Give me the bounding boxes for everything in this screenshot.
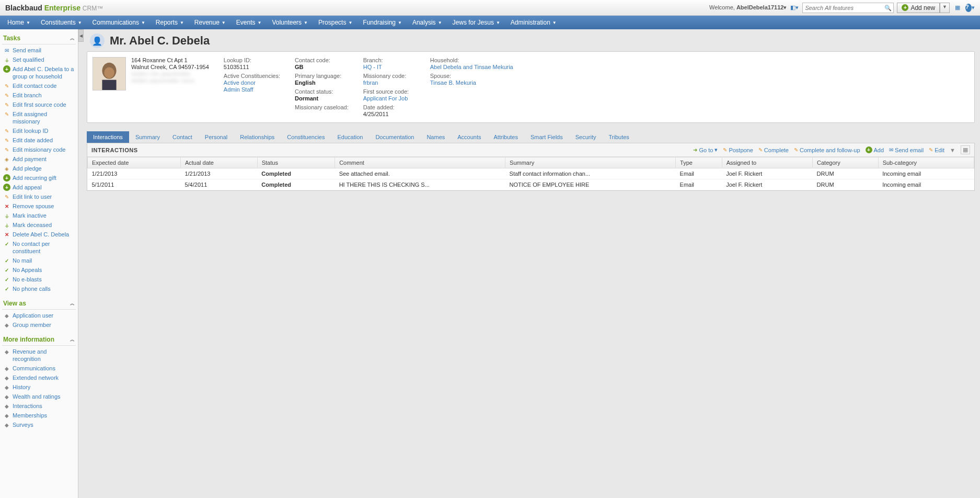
sidebar-item[interactable]: ✎Edit lookup ID — [2, 126, 76, 135]
sidebar-item[interactable]: ✓No e-blasts — [2, 275, 76, 284]
moreinfo-header[interactable]: More information︽ — [2, 334, 76, 346]
spouse-link[interactable]: Tinsae B. Mekuria — [430, 80, 513, 86]
sidebar-item[interactable]: ◆Extended network — [2, 373, 76, 382]
filter-icon[interactable]: ▼ — [950, 147, 955, 153]
sidebar-item[interactable]: ◆Application user — [2, 311, 76, 320]
tab-names[interactable]: Names — [420, 131, 451, 143]
collapse-icon[interactable]: ︽ — [70, 336, 75, 343]
help-button[interactable]: ?▾ — [965, 3, 975, 13]
tab-summary[interactable]: Summary — [129, 131, 166, 143]
add-new-dropdown[interactable]: ▼ — [940, 3, 950, 13]
send-email-action[interactable]: ✉Send email — [889, 147, 924, 153]
sidebar-item[interactable]: ✕Remove spouse — [2, 201, 76, 211]
sidebar-item[interactable]: ✎Edit link to user — [2, 192, 76, 201]
sidebar-item[interactable]: ◆Group member — [2, 320, 76, 330]
sidebar-collapse-handle[interactable]: ◀ — [78, 29, 84, 42]
sidebar-item[interactable]: ⚶Mark deceased — [2, 220, 76, 230]
goto-action[interactable]: ➜Go to▾ — [693, 146, 718, 153]
tab-documentation[interactable]: Documentation — [369, 131, 420, 143]
menu-constituents[interactable]: Constituents ▼ — [36, 16, 87, 29]
menu-analysis[interactable]: Analysis ▼ — [407, 16, 447, 29]
table-row[interactable]: 5/1/20115/4/2011CompletedHI THERE THIS I… — [88, 179, 974, 190]
sidebar-item[interactable]: ◈Add pledge — [2, 164, 76, 173]
complete-action[interactable]: ✎Complete — [758, 147, 789, 153]
sidebar-item[interactable]: ✓No Appeals — [2, 265, 76, 275]
sidebar-item[interactable]: ✎Edit date added — [2, 135, 76, 145]
column-header[interactable]: Category — [813, 157, 879, 168]
menu-communications[interactable]: Communications ▼ — [87, 16, 151, 29]
first-source-link[interactable]: Applicant For Job — [363, 95, 416, 101]
menu-events[interactable]: Events ▼ — [231, 16, 267, 29]
sidebar-item[interactable]: ✎Edit missionary code — [2, 145, 76, 154]
missionary-code-link[interactable]: frbran — [363, 80, 416, 86]
tab-education[interactable]: Education — [331, 131, 369, 143]
sidebar-item[interactable]: ✎Edit assigned missionary — [2, 109, 76, 126]
sidebar-item[interactable]: ✉Send email — [2, 46, 76, 55]
add-action[interactable]: +Add — [866, 146, 884, 153]
constituency-link[interactable]: Active donor — [224, 80, 280, 86]
household-link[interactable]: Abel Debela and Tinsae Mekuria — [430, 64, 513, 70]
tab-contact[interactable]: Contact — [166, 131, 199, 143]
sidebar-item[interactable]: ✓No contact per constituent — [2, 239, 76, 256]
sidebar-item[interactable]: ✎Edit first source code — [2, 100, 76, 109]
sidebar-item[interactable]: +Add Abel C. Debela to a group or househ… — [2, 64, 76, 81]
tab-interactions[interactable]: Interactions — [87, 131, 129, 143]
sidebar-item[interactable]: +Add recurring gift — [2, 173, 76, 183]
add-new-button[interactable]: + Add new — [897, 3, 940, 13]
sidebar-item[interactable]: ◆Communications — [2, 364, 76, 373]
menu-prospects[interactable]: Prospects ▼ — [313, 16, 358, 29]
search-icon[interactable]: 🔍 — [884, 4, 892, 11]
sidebar-item[interactable]: ✎Edit branch — [2, 90, 76, 100]
search-input[interactable] — [802, 3, 894, 13]
sidebar-item[interactable]: ✓No mail — [2, 256, 76, 265]
column-header[interactable]: Type — [676, 157, 722, 168]
sidebar-item[interactable]: ✓No phone calls — [2, 284, 76, 293]
tab-security[interactable]: Security — [569, 131, 603, 143]
grid-options-icon[interactable]: ▦ — [961, 145, 970, 154]
viewas-header[interactable]: View as︽ — [2, 298, 76, 310]
tab-personal[interactable]: Personal — [199, 131, 234, 143]
sidebar-item[interactable]: ◆Interactions — [2, 401, 76, 411]
menu-administration[interactable]: Administration ▼ — [505, 16, 562, 29]
sidebar-item[interactable]: ◆History — [2, 382, 76, 392]
tab-tributes[interactable]: Tributes — [602, 131, 635, 143]
tab-accounts[interactable]: Accounts — [451, 131, 487, 143]
menu-home[interactable]: Home ▼ — [2, 16, 36, 29]
sidebar-item[interactable]: ◈Add payment — [2, 154, 76, 164]
collapse-icon[interactable]: ︽ — [70, 35, 75, 42]
menu-fundraising[interactable]: Fundraising ▼ — [358, 16, 407, 29]
column-header[interactable]: Expected date — [88, 157, 181, 168]
column-header[interactable]: Comment — [335, 157, 505, 168]
collapse-icon[interactable]: ︽ — [70, 300, 75, 307]
tab-constituencies[interactable]: Constituencies — [281, 131, 331, 143]
postpone-action[interactable]: ✎Postpone — [723, 147, 753, 153]
tab-relationships[interactable]: Relationships — [234, 131, 281, 143]
branch-link[interactable]: HQ - IT — [363, 64, 416, 70]
column-header[interactable]: Status — [257, 157, 335, 168]
menu-reports[interactable]: Reports ▼ — [151, 16, 189, 29]
sidebar-item[interactable]: ✕Delete Abel C. Debela — [2, 230, 76, 239]
sidebar-item[interactable]: ◆Revenue and recognition — [2, 347, 76, 364]
sidebar-item[interactable]: ◆Surveys — [2, 420, 76, 429]
column-header[interactable]: Sub-category — [878, 157, 974, 168]
sidebar-item[interactable]: ◆Memberships — [2, 411, 76, 420]
constituency-link[interactable]: Admin Staff — [224, 86, 280, 93]
complete-followup-action[interactable]: ✎Complete and follow-up — [794, 147, 860, 153]
menu-volunteers[interactable]: Volunteers ▼ — [267, 16, 313, 29]
column-header[interactable]: Assigned to — [722, 157, 812, 168]
tasks-header[interactable]: Tasks︽ — [2, 32, 76, 44]
shortcut-icon[interactable]: ◧▾ — [790, 3, 799, 13]
table-row[interactable]: 1/21/20131/21/2013CompletedSee attached … — [88, 168, 974, 179]
sidebar-item[interactable]: ◆Wealth and ratings — [2, 392, 76, 401]
sidebar-item[interactable]: ⚶Mark inactive — [2, 211, 76, 220]
edit-action[interactable]: ✎Edit — [929, 147, 944, 153]
tab-smart-fields[interactable]: Smart Fields — [524, 131, 569, 143]
page-options-icon[interactable]: ▦ — [953, 3, 962, 13]
tab-attributes[interactable]: Attributes — [488, 131, 524, 143]
menu-revenue[interactable]: Revenue ▼ — [189, 16, 231, 29]
sidebar-item[interactable]: ✎Edit contact code — [2, 81, 76, 90]
column-header[interactable]: Actual date — [180, 157, 257, 168]
column-header[interactable]: Summary — [505, 157, 676, 168]
menu-jews-for-jesus[interactable]: Jews for Jesus ▼ — [447, 16, 505, 29]
sidebar-item[interactable]: ⚶Set qualified — [2, 55, 76, 64]
